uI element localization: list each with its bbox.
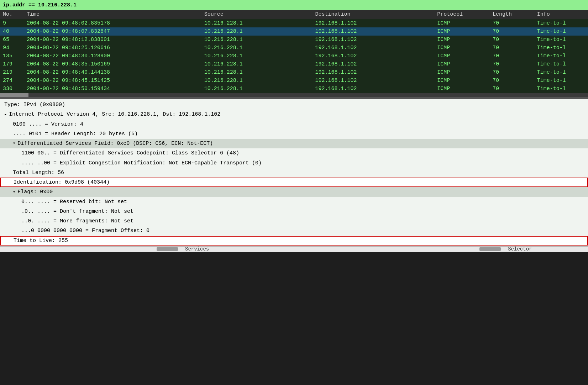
table-cell: 10.216.228.1: [201, 68, 313, 77]
more-fragments-line: ..0. .... = More fragments: Not set: [0, 216, 588, 226]
table-cell: Time-to-l: [534, 52, 588, 60]
ip-expand-icon: [4, 111, 7, 118]
table-cell: 10.216.228.1: [201, 44, 313, 52]
hscroll-thumb[interactable]: [0, 93, 28, 97]
reserved-bit-text: 0... .... = Reserved bit: Not set: [21, 198, 127, 206]
flags-header-line[interactable]: Flags: 0x00: [0, 187, 588, 197]
filter-bar: ip.addr == 10.216.228.1: [0, 0, 588, 10]
table-cell: 10.216.228.1: [201, 27, 313, 36]
header-length-text: .... 0101 = Header Length: 20 bytes (5): [13, 130, 138, 138]
table-cell: 70: [490, 68, 534, 77]
table-cell: 135: [0, 52, 24, 60]
table-cell: 192.168.1.102: [312, 36, 434, 44]
table-cell: 70: [490, 52, 534, 60]
selector-label: Selector: [508, 246, 532, 252]
table-cell: ICMP: [434, 68, 490, 77]
ip-header-line[interactable]: Internet Protocol Version 4, Src: 10.216…: [0, 110, 588, 119]
col-info: Info: [534, 10, 588, 19]
table-cell: 70: [490, 19, 534, 28]
version-line: 0100 .... = Version: 4: [0, 120, 588, 129]
table-row[interactable]: 2742004-08-22 09:48:45.15142510.216.228.…: [0, 77, 588, 85]
table-cell: 2004-08-22 09:48:35.150169: [24, 60, 201, 68]
table-cell: 2004-08-22 09:48:02.835178: [24, 19, 201, 28]
table-cell: 70: [490, 77, 534, 85]
total-length-line: Total Length: 56: [0, 168, 588, 178]
services-label: Services: [185, 246, 209, 252]
table-cell: 192.168.1.102: [312, 19, 434, 28]
table-cell: Time-to-l: [534, 44, 588, 52]
table-cell: 94: [0, 44, 24, 52]
table-cell: 274: [0, 77, 24, 85]
table-cell: 192.168.1.102: [312, 77, 434, 85]
table-cell: 192.168.1.102: [312, 68, 434, 77]
table-row[interactable]: 3302004-08-22 09:48:50.15943410.216.228.…: [0, 85, 588, 93]
table-cell: 40: [0, 27, 24, 36]
table-cell: 10.216.228.1: [201, 77, 313, 85]
filter-text: ip.addr == 10.216.228.1: [3, 2, 77, 8]
bottom-scrollbar-area: Services Selector: [0, 246, 588, 252]
dscp-text: 1100 00.. = Differentiated Services Code…: [21, 149, 239, 157]
table-cell: 2004-08-22 09:48:50.159434: [24, 85, 201, 93]
col-time: Time: [24, 10, 201, 19]
more-fragments-text: ..0. .... = More fragments: Not set: [21, 217, 133, 225]
table-cell: ICMP: [434, 52, 490, 60]
table-cell: ICMP: [434, 77, 490, 85]
identification-line: Identification: 0x9d98 (40344): [0, 178, 588, 187]
dscp-line: 1100 00.. = Differentiated Services Code…: [0, 148, 588, 158]
table-cell: ICMP: [434, 19, 490, 28]
bottom-scroll-thumb-1[interactable]: [157, 247, 178, 251]
table-row[interactable]: 1792004-08-22 09:48:35.15016910.216.228.…: [0, 60, 588, 68]
table-cell: Time-to-l: [534, 27, 588, 36]
table-row[interactable]: 1352004-08-22 09:48:30.12890010.216.228.…: [0, 52, 588, 60]
dont-fragment-text: .0.. .... = Don't fragment: Not set: [21, 207, 133, 216]
table-cell: Time-to-l: [534, 36, 588, 44]
table-cell: ICMP: [434, 60, 490, 68]
horizontal-scrollbar[interactable]: [0, 93, 588, 97]
table-cell: 10.216.228.1: [201, 60, 313, 68]
bottom-scroll-thumb-2[interactable]: [479, 247, 501, 251]
dsf-header-line[interactable]: Differentiated Services Field: 0xc0 (DSC…: [0, 139, 588, 148]
table-cell: Time-to-l: [534, 19, 588, 28]
table-row[interactable]: 942004-08-22 09:48:25.12061610.216.228.1…: [0, 44, 588, 52]
table-cell: 10.216.228.1: [201, 36, 313, 44]
table-cell: ICMP: [434, 36, 490, 44]
table-cell: 192.168.1.102: [312, 85, 434, 93]
table-cell: 192.168.1.102: [312, 27, 434, 36]
table-cell: 70: [490, 36, 534, 44]
reserved-bit-line: 0... .... = Reserved bit: Not set: [0, 197, 588, 207]
col-source: Source: [201, 10, 313, 19]
table-cell: 2004-08-22 09:48:30.128900: [24, 52, 201, 60]
table-row[interactable]: 652004-08-22 09:48:12.83800110.216.228.1…: [0, 36, 588, 44]
table-cell: 2004-08-22 09:48:45.151425: [24, 77, 201, 85]
col-destination: Destination: [312, 10, 434, 19]
table-cell: ICMP: [434, 85, 490, 93]
table-cell: 70: [490, 27, 534, 36]
ip-header-text: Internet Protocol Version 4, Src: 10.216…: [9, 110, 220, 118]
table-cell: 65: [0, 36, 24, 44]
table-cell: 192.168.1.102: [312, 60, 434, 68]
ecn-text: .... ..00 = Explicit Congestion Notifica…: [21, 159, 262, 167]
table-cell: 9: [0, 19, 24, 28]
type-line: Type: IPv4 (0x0800): [0, 100, 588, 110]
table-cell: 10.216.228.1: [201, 19, 313, 28]
packet-table: No. Time Source Destination Protocol Len…: [0, 10, 588, 93]
table-row[interactable]: 92004-08-22 09:48:02.83517810.216.228.11…: [0, 19, 588, 28]
table-cell: ICMP: [434, 27, 490, 36]
detail-pane: Type: IPv4 (0x0800) Internet Protocol Ve…: [0, 99, 588, 246]
version-text: 0100 .... = Version: 4: [13, 120, 83, 128]
table-cell: 219: [0, 68, 24, 77]
table-cell: 2004-08-22 09:48:40.144138: [24, 68, 201, 77]
table-cell: Time-to-l: [534, 77, 588, 85]
table-cell: 10.216.228.1: [201, 85, 313, 93]
fragment-offset-line: ...0 0000 0000 0000 = Fragment Offset: 0: [0, 226, 588, 236]
table-row[interactable]: 402004-08-22 09:48:07.83284710.216.228.1…: [0, 27, 588, 36]
dont-fragment-line: .0.. .... = Don't fragment: Not set: [0, 207, 588, 216]
table-cell: Time-to-l: [534, 68, 588, 77]
col-no: No.: [0, 10, 24, 19]
table-row[interactable]: 2192004-08-22 09:48:40.14413810.216.228.…: [0, 68, 588, 77]
fragment-offset-text: ...0 0000 0000 0000 = Fragment Offset: 0: [21, 227, 149, 235]
table-cell: 2004-08-22 09:48:12.838001: [24, 36, 201, 44]
ttl-line: Time to Live: 255: [0, 236, 588, 246]
table-cell: 192.168.1.102: [312, 52, 434, 60]
table-cell: 10.216.228.1: [201, 52, 313, 60]
